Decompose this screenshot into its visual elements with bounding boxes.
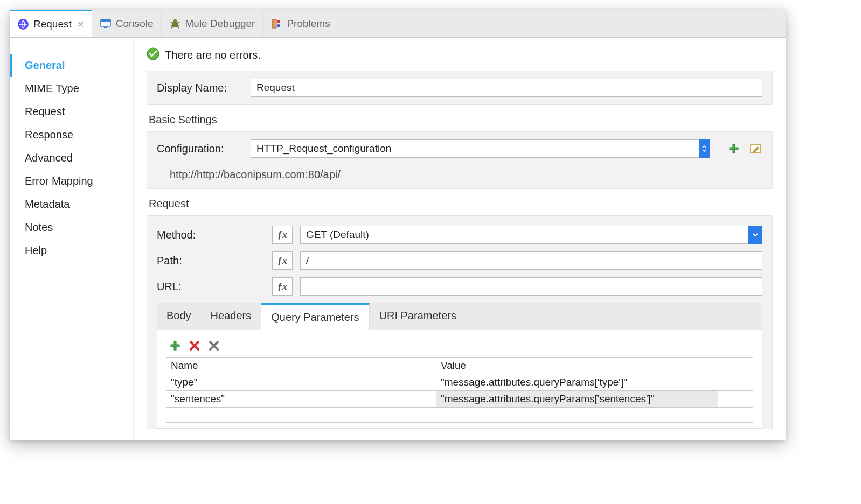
table-header-row: Name Value bbox=[166, 358, 753, 374]
param-value-cell[interactable]: "message.attributes.queryParams['sentenc… bbox=[436, 391, 718, 408]
console-icon bbox=[100, 18, 112, 30]
sidebar-item-request[interactable]: Request bbox=[10, 100, 133, 123]
svg-rect-11 bbox=[730, 148, 738, 150]
sidebar-item-label: Help bbox=[25, 244, 47, 256]
row-spacer bbox=[718, 374, 753, 391]
sidebar-item-metadata[interactable]: Metadata bbox=[10, 193, 133, 216]
svg-point-7 bbox=[277, 20, 280, 23]
param-name-cell[interactable]: "type" bbox=[166, 374, 436, 391]
sidebar-item-label: Metadata bbox=[25, 198, 70, 210]
sidebar-item-general[interactable]: General bbox=[10, 54, 133, 77]
add-param-button[interactable] bbox=[168, 339, 182, 353]
param-name-cell[interactable] bbox=[166, 408, 436, 423]
configuration-value[interactable] bbox=[251, 139, 710, 158]
method-label: Method: bbox=[157, 229, 265, 241]
display-name-panel: Display Name: bbox=[147, 71, 773, 105]
sidebar-item-notes[interactable]: Notes bbox=[10, 216, 133, 239]
sidebar-item-label: General bbox=[25, 59, 65, 71]
sidebar-item-error-mapping[interactable]: Error Mapping bbox=[10, 170, 133, 193]
path-label: Path: bbox=[157, 255, 265, 267]
method-value[interactable] bbox=[300, 226, 762, 244]
fx-button-path[interactable]: ƒx bbox=[272, 251, 293, 270]
subtab-headers[interactable]: Headers bbox=[201, 303, 261, 330]
config-actions bbox=[727, 142, 762, 156]
fx-button-url[interactable]: ƒx bbox=[272, 277, 293, 296]
svg-point-5 bbox=[173, 19, 177, 23]
path-input[interactable] bbox=[300, 251, 762, 270]
close-icon[interactable]: ✕ bbox=[77, 19, 84, 30]
tab-console[interactable]: Console bbox=[92, 10, 162, 37]
display-name-label: Display Name: bbox=[157, 82, 243, 94]
remove-param-button[interactable] bbox=[188, 339, 202, 353]
method-select[interactable] bbox=[300, 226, 762, 244]
svg-rect-3 bbox=[104, 27, 107, 28]
dropdown-caret-icon[interactable] bbox=[699, 139, 710, 158]
configuration-label: Configuration: bbox=[157, 143, 243, 155]
content-area: General MIME Type Request Response Advan… bbox=[10, 38, 786, 440]
configuration-select[interactable] bbox=[251, 139, 710, 158]
sidebar-item-advanced[interactable]: Advanced bbox=[10, 146, 133, 170]
url-label: URL: bbox=[157, 281, 265, 293]
sidebar-item-label: Error Mapping bbox=[25, 175, 93, 187]
edit-config-button[interactable] bbox=[748, 142, 762, 156]
request-section-title: Request bbox=[149, 198, 773, 210]
tab-console-label: Console bbox=[116, 18, 154, 30]
sidebar-item-response[interactable]: Response bbox=[10, 123, 133, 146]
problems-icon bbox=[270, 18, 282, 30]
basic-settings-panel: Configuration: bbox=[147, 131, 773, 189]
subtab-uri-parameters[interactable]: URI Parameters bbox=[370, 303, 466, 330]
bug-icon bbox=[169, 18, 181, 30]
sidebar-item-label: Request bbox=[25, 106, 65, 117]
tab-mule-debugger[interactable]: Mule Debugger bbox=[162, 10, 263, 37]
ok-check-icon bbox=[147, 47, 159, 63]
request-panel: Method: ƒx Path: ƒx URL: bbox=[147, 215, 773, 429]
tab-problems-label: Problems bbox=[287, 18, 330, 30]
sidebar-item-label: Advanced bbox=[25, 152, 73, 164]
sidebar-item-label: MIME Type bbox=[25, 82, 79, 94]
query-parameters-panel: Name Value "type" "message.attributes.qu… bbox=[157, 330, 762, 429]
sidebar-item-label: Response bbox=[25, 129, 73, 141]
subtab-query-parameters[interactable]: Query Parameters bbox=[261, 303, 369, 330]
editor-window: Request ✕ Console Mule Debugger Problems… bbox=[10, 10, 786, 440]
table-row[interactable]: "sentences" "message.attributes.queryPar… bbox=[166, 391, 753, 408]
param-value-cell[interactable]: "message.attributes.queryParams['type']" bbox=[436, 374, 718, 391]
url-input[interactable] bbox=[300, 277, 762, 296]
resolved-url: http://http://baconipsum.com:80/api/ bbox=[157, 165, 762, 181]
col-spacer bbox=[718, 358, 753, 374]
svg-rect-6 bbox=[272, 19, 276, 28]
tab-problems[interactable]: Problems bbox=[263, 10, 337, 37]
tab-request-label: Request bbox=[33, 18, 72, 30]
sidebar: General MIME Type Request Response Advan… bbox=[10, 38, 134, 440]
query-params-table: Name Value "type" "message.attributes.qu… bbox=[166, 357, 753, 423]
http-request-icon bbox=[17, 18, 29, 30]
sidebar-item-help[interactable]: Help bbox=[10, 239, 133, 262]
chevron-down-icon[interactable] bbox=[748, 226, 762, 244]
tab-request[interactable]: Request ✕ bbox=[10, 10, 92, 37]
basic-settings-title: Basic Settings bbox=[149, 114, 773, 126]
row-spacer bbox=[718, 408, 753, 423]
param-name-cell[interactable]: "sentences" bbox=[166, 391, 436, 408]
fx-button-method[interactable]: ƒx bbox=[272, 226, 293, 244]
subtab-body[interactable]: Body bbox=[157, 303, 201, 330]
sidebar-item-mime-type[interactable]: MIME Type bbox=[10, 77, 133, 100]
table-row-empty[interactable] bbox=[166, 408, 753, 423]
svg-rect-2 bbox=[101, 19, 110, 22]
tab-debugger-label: Mule Debugger bbox=[185, 18, 255, 30]
param-value-cell[interactable] bbox=[436, 408, 718, 423]
request-subtabs: Body Headers Query Parameters URI Parame… bbox=[157, 303, 762, 330]
add-config-button[interactable] bbox=[727, 142, 741, 156]
table-row[interactable]: "type" "message.attributes.queryParams['… bbox=[166, 374, 753, 391]
col-value: Value bbox=[436, 358, 718, 374]
col-name: Name bbox=[166, 358, 436, 374]
params-toolbar bbox=[166, 339, 753, 353]
sidebar-item-label: Notes bbox=[25, 221, 53, 233]
status-message: There are no errors. bbox=[165, 49, 261, 61]
main-panel: There are no errors. Display Name: Basic… bbox=[134, 38, 786, 440]
clear-all-params-button[interactable] bbox=[207, 339, 221, 353]
svg-point-8 bbox=[277, 24, 280, 27]
svg-rect-14 bbox=[171, 345, 179, 347]
status-row: There are no errors. bbox=[147, 47, 773, 63]
top-tabbar: Request ✕ Console Mule Debugger Problems bbox=[10, 10, 786, 38]
display-name-input[interactable] bbox=[251, 79, 762, 97]
row-spacer bbox=[718, 391, 753, 408]
